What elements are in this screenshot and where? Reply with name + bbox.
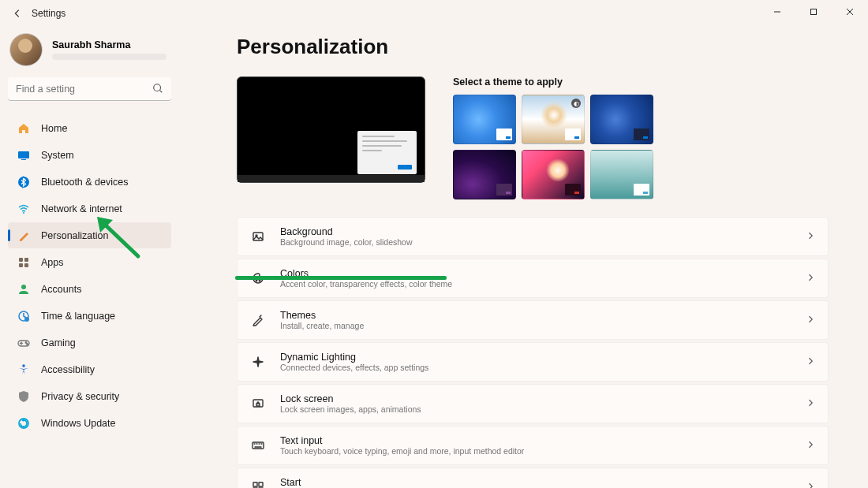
sidebar-item-accounts[interactable]: Accounts [8, 276, 171, 302]
chevron-right-icon [806, 480, 815, 488]
shield-icon [17, 390, 30, 403]
wifi-icon [17, 203, 30, 215]
user-email-placeholder [52, 54, 166, 60]
sidebar-item-bluetooth-devices[interactable]: Bluetooth & devices [8, 169, 171, 195]
person-icon [17, 283, 30, 296]
svg-rect-7 [21, 159, 26, 160]
chevron-right-icon [806, 355, 815, 369]
theme-option-4[interactable] [453, 150, 516, 199]
nav-label: System [41, 150, 74, 161]
sidebar-item-privacy-security[interactable]: Privacy & security [8, 383, 171, 409]
avatar [9, 33, 43, 66]
setting-subtitle: Lock screen images, apps, animations [280, 404, 791, 414]
sparkle-icon [250, 356, 266, 368]
user-name: Saurabh Sharma [52, 39, 166, 50]
nav-label: Privacy & security [41, 391, 119, 402]
update-icon [17, 417, 30, 430]
nav-label: Accounts [41, 284, 81, 295]
setting-title: Background [280, 226, 791, 237]
minimize-button[interactable] [759, 0, 795, 24]
svg-rect-6 [18, 151, 29, 158]
svg-rect-40 [259, 482, 263, 486]
bluetooth-icon [17, 176, 30, 188]
system-icon [17, 149, 30, 162]
chevron-right-icon [806, 438, 815, 453]
brush-icon [17, 229, 30, 242]
setting-row-background[interactable]: Background Background image, color, slid… [237, 217, 829, 256]
svg-rect-39 [253, 482, 257, 486]
sidebar-item-apps[interactable]: Apps [8, 249, 171, 275]
sidebar-item-personalization[interactable]: Personalization [8, 222, 171, 248]
nav-label: Bluetooth & devices [41, 177, 129, 188]
window-controls [759, 0, 868, 24]
pen-icon [250, 314, 266, 326]
theme-option-6[interactable] [590, 150, 653, 199]
svg-rect-25 [253, 233, 263, 240]
settings-list: Background Background image, color, slid… [237, 217, 829, 488]
svg-point-16 [24, 317, 29, 322]
close-button[interactable] [832, 0, 868, 24]
setting-row-themes[interactable]: Themes Install, create, manage [237, 300, 829, 340]
sidebar-item-home[interactable]: Home [8, 115, 171, 141]
setting-row-text-input[interactable]: Text input Touch keyboard, voice typing,… [237, 426, 829, 465]
sidebar-item-system[interactable]: System [8, 142, 171, 168]
image-icon [250, 230, 266, 243]
accessibility-icon [17, 363, 30, 376]
themes-heading: Select a theme to apply [453, 76, 653, 88]
setting-subtitle: Install, create, manage [280, 321, 791, 330]
lock-screen-icon [250, 397, 266, 410]
svg-point-20 [25, 341, 27, 343]
theme-option-5[interactable] [522, 150, 585, 199]
setting-subtitle: Touch keyboard, voice typing, emoji and … [280, 446, 791, 456]
search-icon [152, 83, 163, 97]
nav-label: Personalization [41, 230, 108, 241]
theme-grid: ◐ [453, 95, 653, 199]
svg-rect-11 [24, 258, 28, 262]
svg-point-4 [154, 84, 161, 91]
sidebar-item-network-internet[interactable]: Network & internet [8, 196, 171, 222]
maximize-button[interactable] [795, 0, 832, 24]
clock-globe-icon [17, 310, 30, 322]
svg-point-14 [21, 285, 26, 289]
sidebar: Saurabh Sharma HomeSystemBluetooth & dev… [0, 27, 178, 488]
theme-option-2[interactable]: ◐ [522, 95, 585, 144]
setting-title: Lock screen [280, 393, 791, 404]
sidebar-item-windows-update[interactable]: Windows Update [8, 410, 171, 436]
nav-label: Home [41, 123, 67, 134]
desktop-preview [237, 76, 425, 183]
content-area: Personalization Select a theme to apply … [178, 27, 868, 488]
start-icon [250, 481, 266, 488]
search-input[interactable] [8, 77, 171, 101]
setting-subtitle: Connected devices, effects, app settings [280, 363, 791, 372]
setting-row-colors[interactable]: Colors Accent color, transparency effect… [237, 259, 829, 298]
setting-subtitle: Accent color, transparency effects, colo… [280, 279, 791, 289]
user-block[interactable]: Saurabh Sharma [8, 27, 171, 77]
chevron-right-icon [806, 271, 815, 285]
theme-option-1[interactable] [453, 95, 516, 144]
back-button[interactable] [11, 7, 24, 20]
setting-title: Start [280, 477, 791, 488]
sidebar-item-accessibility[interactable]: Accessibility [8, 356, 171, 382]
svg-rect-1 [811, 9, 817, 15]
svg-point-22 [22, 364, 25, 367]
gamepad-icon [17, 337, 30, 349]
nav-list: HomeSystemBluetooth & devicesNetwork & i… [8, 115, 171, 436]
setting-row-lock-screen[interactable]: Lock screen Lock screen images, apps, an… [237, 384, 829, 423]
chevron-right-icon [806, 313, 815, 327]
svg-rect-10 [19, 258, 23, 262]
setting-title: Colors [280, 268, 791, 279]
page-title: Personalization [237, 27, 829, 59]
nav-label: Windows Update [41, 418, 116, 429]
theme-option-3[interactable] [590, 95, 653, 144]
setting-row-dynamic-lighting[interactable]: Dynamic Lighting Connected devices, effe… [237, 342, 829, 382]
svg-rect-13 [24, 263, 28, 267]
svg-line-5 [160, 91, 163, 93]
setting-subtitle: Background image, color, slideshow [280, 237, 791, 247]
svg-rect-33 [253, 442, 264, 449]
sidebar-item-time-language[interactable]: Time & language [8, 303, 171, 329]
palette-icon [250, 272, 266, 285]
search-box[interactable] [8, 77, 171, 101]
keyboard-icon [250, 439, 266, 452]
sidebar-item-gaming[interactable]: Gaming [8, 330, 171, 356]
setting-row-start[interactable]: Start Recent apps and items, folders [237, 468, 829, 488]
